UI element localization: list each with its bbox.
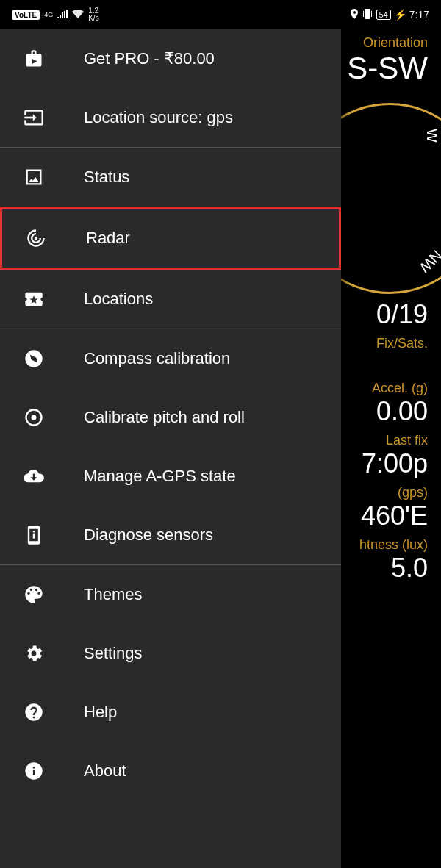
menu-label: Settings — [84, 644, 143, 663]
battery-indicator: 54 — [376, 10, 391, 20]
menu-label: Compass calibration — [84, 349, 230, 368]
wifi-icon — [72, 9, 84, 21]
menu-label: About — [84, 761, 126, 781]
menu-label: Location source: gps — [84, 108, 233, 127]
fixsats-label: Fix/Sats. — [338, 336, 428, 351]
status-bar: VoLTE 4G 1.2 K/s 54 ⚡ 7:17 — [0, 0, 441, 29]
compass-icon — [22, 347, 46, 370]
accel-label: Accel. (g) — [338, 381, 428, 396]
charging-icon: ⚡ — [394, 9, 406, 21]
shop-icon — [22, 47, 46, 71]
orientation-value: S-SW — [338, 51, 428, 86]
image-icon — [22, 165, 46, 189]
menu-compass-calibration[interactable]: Compass calibration — [0, 329, 341, 388]
volte-badge: VoLTE — [12, 10, 40, 20]
device-info-icon — [22, 523, 46, 547]
menu-manage-agps[interactable]: Manage A-GPS state — [0, 447, 341, 506]
gps-value: 460'E — [338, 501, 428, 531]
navigation-drawer[interactable]: Get PRO - ₹80.00 Location source: gps St… — [0, 29, 341, 868]
vibrate-icon — [362, 9, 373, 21]
brightness-value: 5.0 — [338, 553, 428, 584]
help-icon — [22, 700, 46, 724]
accel-value: 0.00 — [338, 396, 428, 427]
input-icon — [22, 106, 46, 129]
menu-label: Locations — [84, 290, 153, 309]
location-icon — [350, 9, 359, 21]
menu-themes[interactable]: Themes — [0, 565, 341, 624]
menu-label: Manage A-GPS state — [84, 467, 236, 486]
menu-label: Status — [84, 168, 129, 187]
lastfix-value: 7:00p — [338, 448, 428, 479]
menu-label: Themes — [84, 585, 142, 604]
menu-about[interactable]: About — [0, 742, 341, 800]
brightness-label: htness (lux) — [338, 537, 428, 553]
menu-locations[interactable]: Locations — [0, 270, 341, 329]
gps-label: (gps) — [338, 485, 428, 501]
menu-radar[interactable]: Radar — [0, 207, 341, 270]
info-icon — [22, 759, 46, 783]
menu-location-source[interactable]: Location source: gps — [0, 88, 341, 147]
palette-icon — [22, 583, 46, 606]
radar-icon — [24, 226, 48, 250]
compass-nw: NW — [415, 247, 441, 276]
menu-status[interactable]: Status — [0, 148, 341, 207]
menu-get-pro[interactable]: Get PRO - ₹80.00 — [0, 29, 341, 88]
compass-ring: W NW — [338, 103, 441, 294]
network-label: 4G — [44, 12, 53, 18]
menu-label: Radar — [86, 229, 130, 248]
ticket-icon — [22, 287, 46, 311]
orientation-label: Orientation — [338, 35, 428, 51]
menu-help[interactable]: Help — [0, 683, 341, 742]
menu-label: Help — [84, 703, 117, 722]
gear-icon — [22, 642, 46, 665]
menu-label: Calibrate pitch and roll — [84, 408, 245, 427]
fixsats-value: 0/19 — [338, 299, 428, 330]
speed-unit: K/s — [88, 15, 98, 22]
compass-w: W — [423, 129, 440, 143]
menu-calibrate-pitch[interactable]: Calibrate pitch and roll — [0, 388, 341, 447]
menu-settings[interactable]: Settings — [0, 624, 341, 683]
target-icon — [22, 406, 46, 429]
menu-label: Diagnose sensors — [84, 526, 213, 545]
menu-diagnose-sensors[interactable]: Diagnose sensors — [0, 506, 341, 564]
cloud-download-icon — [22, 465, 46, 488]
clock: 7:17 — [409, 9, 429, 21]
menu-label: Get PRO - ₹80.00 — [84, 49, 215, 68]
signal-icon — [57, 9, 68, 21]
lastfix-label: Last fix — [338, 433, 428, 448]
background-panel: Orientation S-SW W NW 0/19 Fix/Sats. Acc… — [338, 29, 441, 868]
